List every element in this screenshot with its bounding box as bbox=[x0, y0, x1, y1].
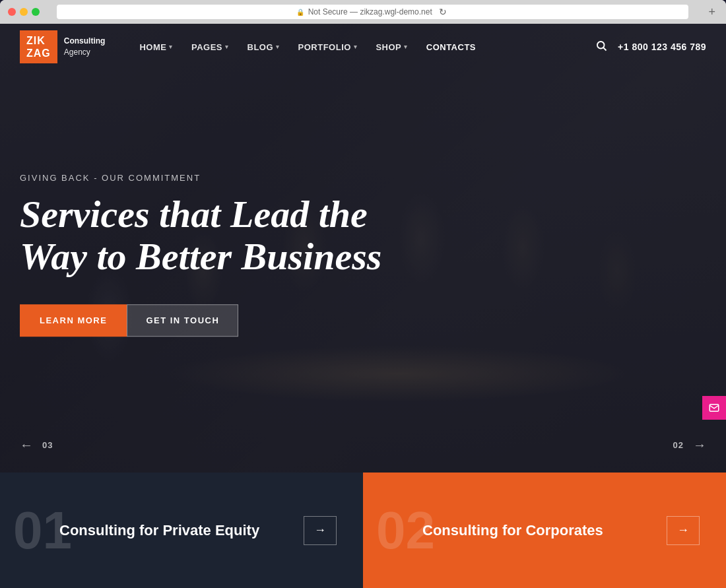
hero-buttons: LEARN MORE GET IN TOUCH bbox=[20, 304, 389, 337]
browser-chrome: 🔒 Not Secure — zikzag.wgl-demo.net ↻ + bbox=[0, 0, 726, 24]
card-arrow-2[interactable]: → bbox=[667, 516, 700, 545]
arrow-right-icon: → bbox=[314, 523, 326, 537]
reload-button[interactable]: ↻ bbox=[436, 5, 449, 18]
card-title-2: Consulting for Corporates bbox=[422, 522, 603, 539]
new-tab-button[interactable]: + bbox=[706, 5, 718, 19]
logo-zag: ZAG bbox=[26, 48, 51, 59]
nav-item-portfolio[interactable]: PORTFOLIO ▾ bbox=[290, 37, 366, 57]
minimize-dot[interactable] bbox=[20, 8, 28, 16]
url-text: Not Secure — zikzag.wgl-demo.net bbox=[308, 7, 432, 16]
hero-title: Services that Lead the Way to Better Bus… bbox=[20, 193, 389, 278]
nav-item-shop[interactable]: SHOP ▾ bbox=[368, 37, 415, 57]
phone-number: +1 800 123 456 789 bbox=[618, 42, 706, 52]
card-private-equity[interactable]: 01 Consulting for Private Equity → bbox=[0, 473, 363, 588]
prev-arrow-icon[interactable]: ← bbox=[20, 438, 33, 453]
get-in-touch-button[interactable]: GET IN TOUCH bbox=[127, 304, 238, 337]
card-corporates[interactable]: 02 Consulting for Corporates → bbox=[363, 473, 726, 588]
arrow-right-icon: → bbox=[677, 523, 689, 537]
chevron-down-icon: ▾ bbox=[225, 44, 229, 50]
browser-titlebar: 🔒 Not Secure — zikzag.wgl-demo.net ↻ + bbox=[0, 0, 726, 24]
nav-item-pages[interactable]: PAGES ▾ bbox=[183, 37, 237, 57]
site-logo[interactable]: ZIK ZAG Consulting Agency bbox=[20, 30, 105, 63]
logo-text: Consulting Agency bbox=[64, 36, 106, 58]
logo-zik: ZIK bbox=[26, 35, 46, 46]
svg-line-1 bbox=[603, 48, 606, 50]
card-content-1: Consulting for Private Equity → bbox=[26, 516, 337, 545]
nav-item-home[interactable]: HOME ▾ bbox=[131, 37, 181, 57]
learn-more-button[interactable]: LEARN MORE bbox=[20, 304, 127, 337]
nav-right: +1 800 123 456 789 bbox=[595, 40, 706, 54]
main-navbar: ZIK ZAG Consulting Agency HOME ▾ PAGES ▾ bbox=[0, 24, 726, 70]
nav-menu: HOME ▾ PAGES ▾ BLOG ▾ PORTFOLIO ▾ SHOP bbox=[131, 37, 595, 57]
slider-nav-right: 02 → bbox=[673, 438, 706, 453]
chevron-down-icon: ▾ bbox=[404, 44, 408, 50]
slider-nav-left: ← 03 bbox=[20, 438, 53, 453]
bottom-cards: 01 Consulting for Private Equity → 02 Co… bbox=[0, 473, 726, 588]
slider-right-num: 02 bbox=[673, 440, 684, 450]
float-contact-button[interactable] bbox=[702, 396, 726, 420]
maximize-dot[interactable] bbox=[32, 8, 40, 16]
hero-section: ZIK ZAG Consulting Agency HOME ▾ PAGES ▾ bbox=[0, 24, 726, 473]
card-number-2: 02 bbox=[376, 504, 435, 557]
close-dot[interactable] bbox=[8, 8, 16, 16]
next-arrow-icon[interactable]: → bbox=[693, 438, 706, 453]
svg-point-0 bbox=[597, 42, 605, 49]
chevron-down-icon: ▾ bbox=[169, 44, 173, 50]
hero-subtitle: GIVING BACK - OUR COMMITMENT bbox=[20, 173, 389, 183]
lock-icon: 🔒 bbox=[296, 9, 304, 16]
hero-content: GIVING BACK - OUR COMMITMENT Services th… bbox=[20, 160, 389, 337]
address-bar[interactable]: 🔒 Not Secure — zikzag.wgl-demo.net ↻ bbox=[57, 5, 688, 19]
card-title-1: Consulting for Private Equity bbox=[59, 522, 259, 539]
card-arrow-1[interactable]: → bbox=[304, 516, 337, 545]
chevron-down-icon: ▾ bbox=[354, 44, 358, 50]
website-content: ZIK ZAG Consulting Agency HOME ▾ PAGES ▾ bbox=[0, 24, 726, 588]
search-button[interactable] bbox=[595, 40, 607, 54]
card-number-1: 01 bbox=[13, 504, 72, 557]
logo-line1: Consulting bbox=[64, 36, 106, 47]
nav-item-contacts[interactable]: CONTACTS bbox=[418, 37, 484, 57]
chevron-down-icon: ▾ bbox=[276, 44, 280, 50]
nav-item-blog[interactable]: BLOG ▾ bbox=[240, 37, 288, 57]
slider-left-num: 03 bbox=[42, 440, 53, 450]
card-content-2: Consulting for Corporates → bbox=[389, 516, 700, 545]
logo-line2: Agency bbox=[64, 47, 106, 58]
logo-box: ZIK ZAG bbox=[20, 30, 57, 63]
